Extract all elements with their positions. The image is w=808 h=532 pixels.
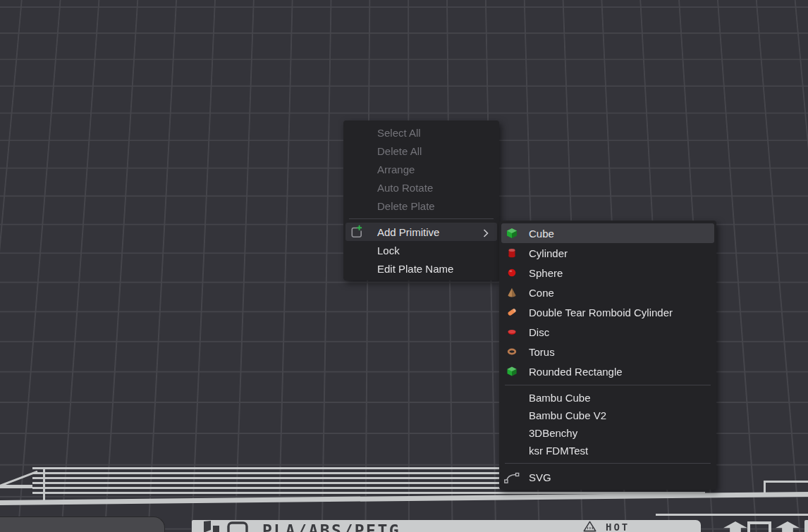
menu-item-select-all[interactable]: Select All xyxy=(343,123,499,142)
menu-item-delete-all[interactable]: Delete All xyxy=(343,142,499,160)
submenu-item-label: Sphere xyxy=(529,267,563,279)
menu-item-label: Select All xyxy=(377,127,421,139)
sphere-icon xyxy=(506,267,518,278)
submenu-item-label: 3DBenchy xyxy=(529,427,577,439)
submenu-item-bambu-cube[interactable]: Bambu Cube xyxy=(499,389,716,407)
submenu-item-rounded-rectangle[interactable]: Rounded Rectangle xyxy=(499,361,716,381)
rounded-rectangle-icon xyxy=(506,366,518,377)
submenu-item-double-tear-romboid-cylinder[interactable]: Double Tear Romboid Cylinder xyxy=(499,302,716,322)
submenu-item-svg[interactable]: SVG xyxy=(499,467,716,487)
submenu-item-label: Double Tear Romboid Cylinder xyxy=(529,307,673,318)
menu-item-add-primitive[interactable]: Add Primitive xyxy=(345,223,497,241)
menu-separator xyxy=(505,385,711,385)
cylinder-icon xyxy=(506,247,518,259)
hot-warning: HOT xyxy=(582,520,630,532)
submenu-item-label: Rounded Rectangle xyxy=(529,366,623,378)
submenu-item-label: Bambu Cube xyxy=(529,392,591,404)
plate-frame-icon xyxy=(227,521,248,532)
submenu-item-bambu-cube-v2[interactable]: Bambu Cube V2 xyxy=(499,407,716,424)
submenu-item-3dbenchy[interactable]: 3DBenchy xyxy=(499,424,716,442)
disc-icon xyxy=(506,326,518,338)
cone-icon xyxy=(506,287,518,298)
menu-item-label: Arrange xyxy=(377,163,415,175)
menu-separator xyxy=(505,463,711,464)
chevron-right-icon xyxy=(483,228,489,236)
submenu-item-cone[interactable]: Cone xyxy=(499,283,716,302)
menu-item-label: Delete All xyxy=(377,145,422,157)
build-plate-edge: PLA/ABS/PETG HOT xyxy=(192,520,701,532)
hot-warning-icon xyxy=(582,521,597,532)
submenu-item-label: Bambu Cube V2 xyxy=(529,409,606,421)
menu-separator xyxy=(349,218,494,219)
menu-item-label: Lock xyxy=(377,245,400,256)
menu-item-label: Edit Plate Name xyxy=(377,263,453,275)
romboid-cylinder-icon xyxy=(506,307,518,318)
torus-icon xyxy=(506,346,518,357)
plate-edge-line xyxy=(804,520,808,532)
menu-item-label: Delete Plate xyxy=(377,200,435,212)
submenu-item-label: Torus xyxy=(529,346,555,358)
submenu-item-label: Disc xyxy=(529,326,549,338)
plate-edge-line xyxy=(764,481,766,495)
submenu-item-cylinder[interactable]: Cylinder xyxy=(499,243,716,263)
submenu-item-ksr-fdmtest[interactable]: ksr FDMTest xyxy=(499,442,716,459)
submenu-item-cube[interactable]: Cube xyxy=(501,223,714,243)
hot-label: HOT xyxy=(606,521,630,532)
menu-item-lock[interactable]: Lock xyxy=(343,241,499,259)
menu-item-delete-plate[interactable]: Delete Plate xyxy=(343,197,499,215)
submenu-item-disc[interactable]: Disc xyxy=(499,322,716,342)
menu-item-edit-plate-name[interactable]: Edit Plate Name xyxy=(343,259,499,278)
add-primitive-icon xyxy=(349,225,363,239)
submenu-item-torus[interactable]: Torus xyxy=(499,342,716,361)
menu-item-label: Add Primitive xyxy=(377,226,439,238)
submenu-item-label: SVG xyxy=(529,471,551,483)
printer-front-panel xyxy=(0,516,165,532)
slicer-3d-viewport[interactable]: PLA/ABS/PETG HOT Select All Delete All A… xyxy=(0,0,808,532)
plate-edge-line xyxy=(656,514,808,516)
submenu-item-label: Cone xyxy=(529,287,554,299)
bezier-curve-icon xyxy=(504,471,520,483)
menu-item-arrange[interactable]: Arrange xyxy=(343,160,499,178)
plate-material-text: PLA/ABS/PETG xyxy=(262,521,400,532)
submenu-item-label: ksr FDMTest xyxy=(529,445,588,457)
plate-square-mark xyxy=(747,521,771,532)
submenu-item-label: Cylinder xyxy=(529,247,568,259)
menu-item-label: Auto Rotate xyxy=(377,182,433,194)
plate-edge-line xyxy=(764,481,808,483)
submenu-item-label: Cube xyxy=(529,228,554,240)
submenu-item-sphere[interactable]: Sphere xyxy=(499,263,716,283)
context-menu: Select All Delete All Arrange Auto Rotat… xyxy=(343,120,499,280)
bambu-logo-icon xyxy=(204,521,222,532)
menu-item-auto-rotate[interactable]: Auto Rotate xyxy=(343,178,499,197)
plate-edge-line xyxy=(0,485,32,488)
add-primitive-submenu: Cube Cylinder Sphere xyxy=(499,221,716,490)
cube-icon xyxy=(506,228,518,239)
